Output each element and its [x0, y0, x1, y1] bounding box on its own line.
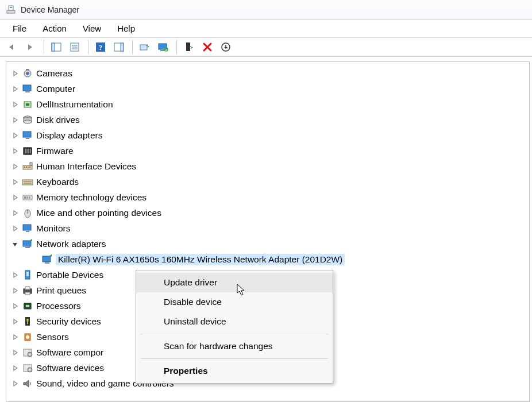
tree-expander-icon[interactable]	[11, 147, 19, 155]
svg-rect-22	[23, 85, 31, 91]
uninstall-device-button[interactable]	[199, 39, 216, 55]
svg-rect-41	[30, 163, 32, 165]
update-driver-button[interactable]	[136, 39, 153, 55]
tree-node-label: Computer	[36, 84, 75, 94]
network-icon	[41, 254, 53, 265]
tree-expander-icon[interactable]	[11, 225, 19, 233]
menu-action[interactable]: Action	[34, 21, 75, 36]
tree-expander-icon[interactable]	[11, 333, 19, 341]
tree-node[interactable]: Human Interface Devices	[9, 159, 528, 174]
tree-node[interactable]: Display adapters	[9, 127, 528, 143]
show-hide-action-pane-button[interactable]	[110, 39, 128, 55]
tree-node[interactable]: Cameras	[9, 65, 528, 81]
tree-expander-icon[interactable]	[11, 271, 19, 279]
tree-node-label: Software compor	[36, 347, 103, 358]
tree-node[interactable]: DellInstrumentation	[9, 96, 528, 112]
context-menu-item[interactable]: Disable device	[136, 292, 333, 312]
toolbar-separator	[88, 40, 88, 54]
show-hide-console-tree-button[interactable]	[48, 39, 65, 55]
forward-button[interactable]	[22, 39, 39, 55]
context-menu-separator	[141, 334, 328, 334]
computer-icon	[21, 83, 34, 95]
tree-expander-icon[interactable]	[11, 287, 19, 295]
context-menu-separator	[141, 358, 328, 359]
tree-expander-icon[interactable]	[11, 163, 19, 171]
svg-rect-17	[186, 42, 190, 51]
tree-node[interactable]: Computer	[9, 81, 528, 96]
network-icon	[21, 238, 34, 250]
context-menu-item[interactable]: Properties	[136, 361, 333, 381]
tree-expander-icon[interactable]	[11, 349, 19, 357]
window-title: Device Manager	[21, 5, 79, 14]
tree-node-label: Keyboards	[36, 177, 79, 187]
app-icon	[6, 5, 16, 15]
sound-icon	[21, 378, 34, 389]
disable-device-button[interactable]	[217, 39, 234, 55]
tree-expander-icon[interactable]	[11, 302, 19, 310]
svg-point-77	[29, 353, 31, 355]
tree-node[interactable]: Monitors	[9, 221, 528, 236]
help-button[interactable]: ?	[92, 39, 109, 55]
menu-view[interactable]: View	[75, 21, 109, 36]
tree-expander-icon[interactable]	[11, 132, 19, 140]
svg-rect-37	[24, 167, 25, 168]
disk-icon	[21, 114, 34, 126]
tree-expander-icon[interactable]	[11, 85, 19, 93]
svg-text:?: ?	[99, 43, 103, 52]
monitor-icon	[21, 130, 34, 141]
cpu-icon	[21, 300, 34, 312]
menu-file[interactable]: File	[5, 21, 34, 36]
tree-expander-icon[interactable]	[11, 194, 19, 202]
tree-node[interactable]: Firmware	[9, 143, 528, 159]
svg-rect-48	[29, 196, 30, 199]
context-menu-item[interactable]: Uninstall device	[136, 312, 333, 331]
scan-hardware-button[interactable]	[155, 39, 172, 55]
tree-node-label: Display adapters	[36, 130, 102, 141]
toolbar-separator	[132, 40, 133, 54]
properties-button[interactable]	[66, 39, 83, 55]
tree-node[interactable]: Keyboards	[9, 174, 528, 190]
tree-expander-icon[interactable]	[11, 380, 19, 388]
context-menu-item[interactable]: Scan for hardware changes	[136, 337, 333, 356]
tree-node-label: Monitors	[36, 223, 70, 234]
tree-expander-icon[interactable]	[11, 318, 19, 326]
tree-expander-icon[interactable]	[11, 178, 19, 186]
svg-point-28	[24, 120, 32, 123]
tree-node-label: Processors	[36, 301, 81, 311]
printer-icon	[21, 285, 34, 296]
tree-node-label: Sensors	[36, 332, 69, 342]
svg-rect-14	[159, 44, 167, 49]
toolbar: ?	[0, 38, 532, 56]
tree-node[interactable]: Memory technology devices	[9, 190, 528, 205]
menu-help[interactable]: Help	[109, 21, 143, 36]
svg-rect-55	[43, 256, 51, 262]
tree-node[interactable]: Mice and other pointing devices	[9, 205, 528, 221]
svg-rect-63	[26, 305, 29, 307]
tree-expander-icon[interactable]	[11, 240, 19, 248]
toolbar-separator	[44, 40, 44, 54]
tree-node[interactable]: Network adapters	[9, 236, 528, 252]
mouse-icon	[21, 207, 34, 219]
tree-node-child[interactable]: Killer(R) Wi-Fi 6 AX1650s 160MHz Wireles…	[9, 252, 528, 267]
tree-expander-icon[interactable]	[11, 364, 19, 372]
context-menu-item[interactable]: Update driver	[136, 273, 333, 292]
tree-expander-icon[interactable]	[11, 69, 19, 78]
tree-expander-icon[interactable]	[11, 209, 19, 217]
tree-expander-icon[interactable]	[11, 100, 19, 109]
tree-node-label: Network adapters	[36, 239, 106, 249]
tree-node-label: Memory technology devices	[36, 192, 147, 203]
tree-node-label: Cameras	[36, 68, 72, 79]
tree-node[interactable]: Disk drives	[9, 112, 528, 127]
svg-rect-25	[26, 103, 29, 106]
svg-rect-23	[25, 91, 30, 92]
svg-point-74	[26, 335, 29, 339]
tree-expander-icon[interactable]	[11, 116, 19, 124]
menubar: File Action View Help	[0, 20, 532, 38]
tree-node-label: Human Interface Devices	[36, 161, 136, 172]
tree-node-label: Security devices	[36, 316, 101, 327]
svg-rect-53	[23, 241, 31, 246]
svg-rect-38	[26, 167, 27, 168]
back-button[interactable]	[3, 39, 21, 55]
enable-device-button[interactable]	[180, 39, 198, 55]
svg-rect-0	[7, 10, 15, 13]
